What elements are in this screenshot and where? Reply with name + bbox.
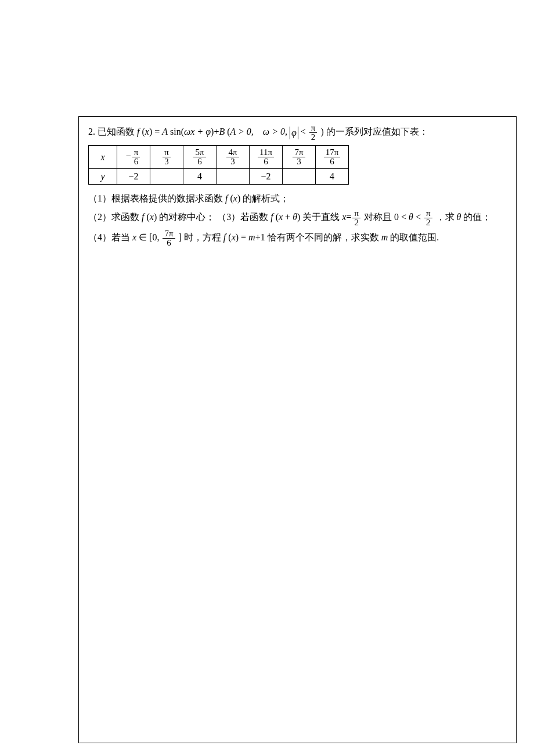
- x6: 17π6: [316, 146, 349, 169]
- phi: φ: [205, 127, 211, 136]
- pi-num: π: [309, 124, 317, 133]
- data-table: x −π6 π3 5π6 4π3 11π6 7π3 17π6 y −2 4 −2…: [88, 145, 349, 185]
- y6: 4: [316, 169, 349, 185]
- n1: π: [163, 148, 171, 157]
- d2: 6: [193, 157, 205, 166]
- q1: （1）根据表格提供的数据求函数 f (x) 的解析式；: [88, 190, 511, 207]
- q3b-2: 2: [424, 218, 432, 227]
- xplus: x +: [190, 127, 205, 136]
- x-label: x: [89, 146, 117, 169]
- d0: 6: [132, 157, 140, 166]
- n3: 4π: [226, 148, 239, 157]
- n2: 5π: [193, 148, 205, 157]
- A: A: [162, 127, 168, 136]
- x4: 11π6: [250, 146, 283, 169]
- fx: f: [137, 127, 139, 136]
- q3-pi: π: [352, 209, 360, 218]
- y3: [217, 169, 250, 185]
- d4: 6: [258, 157, 274, 166]
- omega: ω: [184, 127, 190, 136]
- problem-statement: 2. 已知函数 f (x) = A sin(ωx + φ)+B (A > 0, …: [88, 124, 511, 142]
- n0: π: [132, 148, 140, 157]
- d5: 3: [293, 157, 305, 166]
- phi-inner: φ: [291, 128, 297, 138]
- cond-close: ): [320, 127, 323, 136]
- content-frame: 2. 已知函数 f (x) = A sin(ωx + φ)+B (A > 0, …: [78, 116, 517, 743]
- x0: −π6: [117, 146, 150, 169]
- n5: 7π: [293, 148, 305, 157]
- n6: 17π: [324, 148, 341, 157]
- y5: [283, 169, 316, 185]
- frac-pi2: π2: [309, 124, 317, 142]
- x3: 4π3: [217, 146, 250, 169]
- q4n: 7π: [163, 229, 175, 239]
- y1: [150, 169, 183, 185]
- sin: sin(: [170, 127, 184, 136]
- y4: −2: [250, 169, 283, 185]
- d6: 6: [324, 157, 341, 166]
- lt: <: [301, 127, 308, 136]
- fx-arg: x: [145, 127, 149, 136]
- x1: π3: [150, 146, 183, 169]
- q4a: （4）若当 x ∈ [0,: [88, 232, 161, 242]
- intro-a: 已知函数: [98, 127, 137, 136]
- y0: −2: [117, 169, 150, 185]
- q2-q3: （2）求函数 f (x) 的对称中心； （3）若函数 f (x + θ) 关于直…: [88, 209, 511, 227]
- eq: =: [154, 127, 162, 136]
- two-den: 2: [309, 133, 317, 142]
- intro-b: 的一系列对应值如下表：: [326, 127, 428, 136]
- abs-phi: φ: [290, 127, 298, 139]
- y2: 4: [183, 169, 217, 185]
- x5: 7π3: [283, 146, 316, 169]
- d1: 3: [163, 157, 171, 166]
- rparen: ): [149, 127, 152, 136]
- q3-2: 2: [352, 218, 360, 227]
- d3: 3: [226, 157, 239, 166]
- q4b: ] 时，方程 f (x) = m+1 恰有两个不同的解，求实数 m 的取值范围.: [179, 232, 439, 242]
- page: 2. 已知函数 f (x) = A sin(ωx + φ)+B (A > 0, …: [0, 0, 534, 756]
- n4: 11π: [258, 148, 274, 157]
- condW: ω > 0,: [263, 127, 290, 136]
- y-label: y: [89, 169, 117, 185]
- problem-number: 2.: [88, 127, 95, 136]
- q2: （2）求函数 f (x) 的对称中心；: [88, 212, 215, 222]
- q4: （4）若当 x ∈ [0, 7π6 ] 时，方程 f (x) = m+1 恰有两…: [88, 229, 511, 247]
- condA: A > 0,: [230, 127, 263, 136]
- row-x: x −π6 π3 5π6 4π3 11π6 7π3 17π6: [89, 146, 349, 169]
- q3: （3）若函数 f (x + θ) 关于直线 x=π2 对称且 0 < θ < π…: [217, 212, 491, 222]
- q3b-pi: π: [424, 209, 432, 218]
- close: )+: [211, 127, 219, 136]
- row-y: y −2 4 −2 4: [89, 169, 349, 185]
- neg0: −: [126, 151, 131, 161]
- x2: 5π6: [183, 146, 217, 169]
- B: B: [219, 127, 225, 136]
- q4d: 6: [163, 239, 175, 247]
- q4-frac: 7π6: [163, 229, 175, 247]
- q1-text: （1）根据表格提供的数据求函数 f (x) 的解析式；: [88, 193, 289, 203]
